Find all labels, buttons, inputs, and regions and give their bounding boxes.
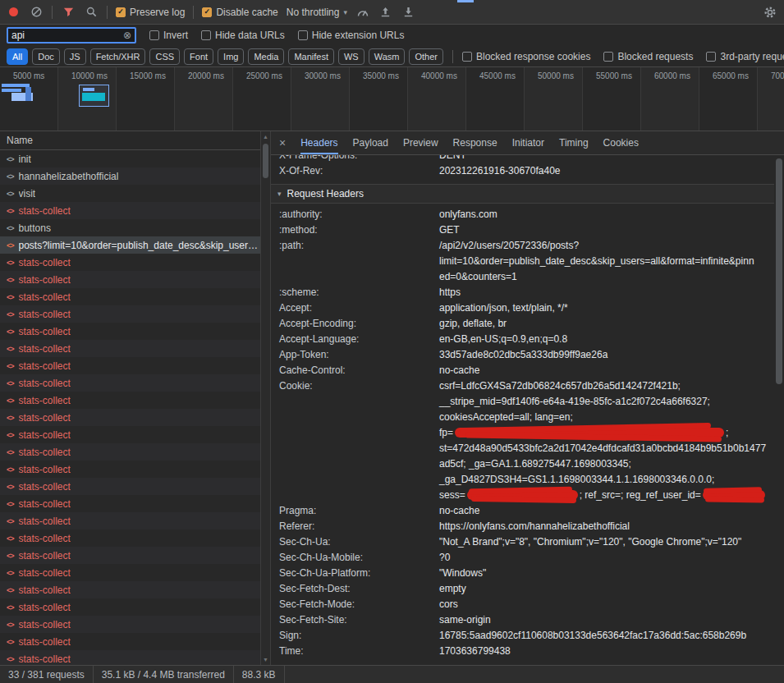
network-overview[interactable]: 5000 ms10000 ms15000 ms20000 ms25000 ms3… <box>0 67 784 131</box>
disable-cache-checkbox[interactable]: ✓ Disable cache <box>202 7 277 18</box>
request-row[interactable]: <>stats-collect <box>0 495 260 512</box>
name-column-header[interactable]: Name <box>0 131 260 150</box>
request-name: stats-collect <box>19 378 71 389</box>
hide-data-urls-checkbox[interactable]: Hide data URLs <box>201 30 285 41</box>
header-value-text: ?0 <box>439 552 450 563</box>
request-row[interactable]: <>stats-collect <box>0 633 260 650</box>
clear-button[interactable] <box>29 5 44 20</box>
header-value: no-cache <box>439 503 774 519</box>
tab-response[interactable]: Response <box>453 131 497 154</box>
request-row[interactable]: <>stats-collect <box>0 271 260 288</box>
request-row[interactable]: <>stats-collect <box>0 323 260 340</box>
request-row[interactable]: <>stats-collect <box>0 305 260 323</box>
request-row[interactable]: <>stats-collect <box>0 288 260 305</box>
checkbox-box: ✓ <box>202 7 212 17</box>
type-filter-fetch-xhr[interactable]: Fetch/XHR <box>90 48 146 65</box>
type-filter-all[interactable]: All <box>7 48 28 65</box>
tab-initiator[interactable]: Initiator <box>512 131 544 154</box>
tab-payload[interactable]: Payload <box>353 131 388 154</box>
request-row[interactable]: <>stats-collect <box>0 357 260 374</box>
scrollbar-thumb[interactable] <box>263 144 268 178</box>
header-row: :authority:onlyfans.com <box>271 207 774 222</box>
header-value: DENY <box>439 155 774 163</box>
request-row[interactable]: <>stats-collect <box>0 650 260 665</box>
request-row[interactable]: <>stats-collect <box>0 598 260 616</box>
request-name: stats-collect <box>19 653 71 665</box>
hide-extension-urls-checkbox[interactable]: Hide extension URLs <box>298 30 405 41</box>
type-filter-ws[interactable]: WS <box>338 48 364 65</box>
request-row[interactable]: <>posts?limit=10&order=publish_date_desc… <box>0 236 260 254</box>
header-value-line: /api2/v2/users/20572336/posts? <box>439 238 774 254</box>
blocked-requests-checkbox[interactable]: Blocked requests <box>603 51 693 62</box>
import-har-icon[interactable] <box>378 5 393 20</box>
tab-cookies[interactable]: Cookies <box>603 131 639 154</box>
blocked-response-cookies-checkbox[interactable]: Blocked response cookies <box>462 51 590 62</box>
search-icon[interactable] <box>84 5 99 20</box>
record-button[interactable] <box>9 7 18 16</box>
type-filter-css[interactable]: CSS <box>149 48 180 65</box>
request-row[interactable]: <>stats-collect <box>0 443 260 461</box>
preserve-log-checkbox[interactable]: ✓ Preserve log <box>116 7 185 18</box>
request-row[interactable]: <>stats-collect <box>0 461 260 478</box>
type-filter-js[interactable]: JS <box>64 48 86 65</box>
request-headers-section-header[interactable]: ▾ Request Headers <box>271 184 774 204</box>
request-list-scrollbar[interactable]: ▲ ▼ <box>260 131 271 665</box>
clear-filter-icon[interactable]: ⊗ <box>123 30 131 40</box>
status-bar: 33 / 381 requests 35.1 kB / 4.4 MB trans… <box>0 665 784 683</box>
header-value: ?0 <box>439 550 774 566</box>
header-value-line: 1703636799438 <box>439 644 774 659</box>
header-row: Accept-Language:en-GB,en-US;q=0.9,en;q=0… <box>271 332 774 347</box>
throttling-select[interactable]: No throttling ▾ <box>287 7 347 18</box>
request-row[interactable]: <>stats-collect <box>0 340 260 357</box>
request-row[interactable]: <>stats-collect <box>0 409 260 426</box>
tab-headers[interactable]: Headers <box>300 131 337 154</box>
request-row[interactable]: <>stats-collect <box>0 564 260 581</box>
request-row[interactable]: <>visit <box>0 185 260 202</box>
request-row[interactable]: <>stats-collect <box>0 374 260 392</box>
type-filter-font[interactable]: Font <box>184 48 213 65</box>
type-filter-manifest[interactable]: Manifest <box>288 48 334 65</box>
scrollbar-thumb[interactable] <box>776 158 782 384</box>
export-har-icon[interactable] <box>401 5 416 20</box>
checkbox-label: Hide extension URLs <box>312 30 405 41</box>
overview-tick-label: 70000 ms <box>771 71 784 80</box>
toolbar-divider <box>52 6 53 19</box>
settings-gear-icon[interactable] <box>763 5 777 20</box>
type-filter-other[interactable]: Other <box>409 48 443 65</box>
request-row[interactable]: <>hannahelizabethofficial <box>0 167 260 185</box>
type-filter-doc[interactable]: Doc <box>32 48 60 65</box>
scroll-up-icon[interactable]: ▲ <box>261 131 270 142</box>
invert-checkbox[interactable]: Invert <box>149 30 188 41</box>
type-filter-wasm[interactable]: Wasm <box>369 48 406 65</box>
request-row[interactable]: <>buttons <box>0 219 260 236</box>
resources-size: 88.3 kB <box>234 666 285 683</box>
filter-input[interactable] <box>11 30 120 41</box>
scroll-down-icon[interactable]: ▼ <box>261 654 270 665</box>
request-row[interactable]: <>stats-collect <box>0 254 260 271</box>
request-row[interactable]: <>stats-collect <box>0 426 260 443</box>
type-filter-media[interactable]: Media <box>248 48 284 65</box>
network-conditions-icon[interactable] <box>355 5 370 20</box>
request-row[interactable]: <>stats-collect <box>0 478 260 495</box>
header-row: Sec-Ch-Ua:"Not_A Brand";v="8", "Chromium… <box>271 534 774 550</box>
close-icon[interactable]: × <box>279 137 286 149</box>
request-row[interactable]: <>init <box>0 150 260 167</box>
header-name: Sec-Fetch-Mode: <box>279 597 439 612</box>
overview-column: 45000 ms <box>466 67 525 131</box>
request-row[interactable]: <>stats-collect <box>0 512 260 529</box>
type-filter-img[interactable]: Img <box>218 48 244 65</box>
3rd-party-requests-checkbox[interactable]: 3rd-party requests <box>706 51 784 62</box>
request-row[interactable]: <>stats-collect <box>0 529 260 547</box>
filter-icon[interactable] <box>61 5 76 20</box>
header-value: onlyfans.com <box>439 207 774 222</box>
request-row[interactable]: <>stats-collect <box>0 616 260 633</box>
header-value: https://onlyfans.com/hannahelizabethoffi… <box>439 519 774 534</box>
request-row[interactable]: <>stats-collect <box>0 581 260 598</box>
request-row[interactable]: <>stats-collect <box>0 202 260 219</box>
request-row[interactable]: <>stats-collect <box>0 392 260 409</box>
detail-scrollbar[interactable] <box>774 155 784 665</box>
checkbox-box <box>706 52 716 62</box>
tab-timing[interactable]: Timing <box>559 131 589 154</box>
tab-preview[interactable]: Preview <box>403 131 438 154</box>
request-row[interactable]: <>stats-collect <box>0 547 260 564</box>
